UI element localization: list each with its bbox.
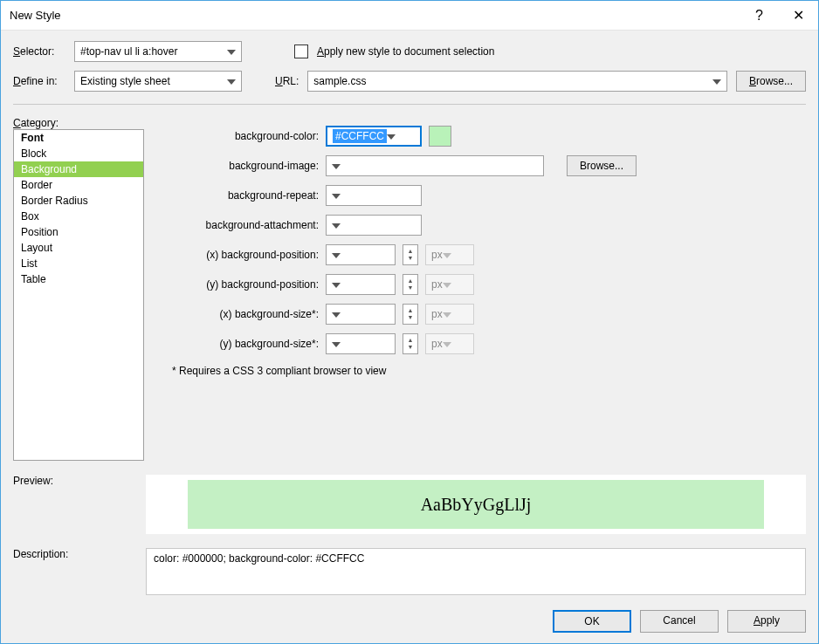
- close-icon: ✕: [793, 7, 804, 24]
- category-item-font[interactable]: Font: [14, 130, 143, 146]
- category-list[interactable]: FontBlockBackgroundBorderBorder RadiusBo…: [13, 129, 144, 461]
- url-label: URL:: [275, 75, 299, 87]
- bg-size-y-spinner[interactable]: ▲▼: [403, 333, 418, 354]
- chevron-down-icon: [332, 189, 341, 202]
- chevron-down-icon: [332, 278, 341, 291]
- separator: [13, 104, 806, 105]
- dialog-footer: OK Cancel Apply: [1, 603, 818, 643]
- define-in-label: Define in:: [13, 75, 65, 87]
- window-title: New Style: [10, 9, 61, 22]
- selector-combo[interactable]: #top-nav ul li a:hover: [74, 41, 242, 62]
- url-value: sample.css: [313, 75, 366, 87]
- bg-attach-combo[interactable]: [326, 215, 422, 236]
- chevron-down-icon: [227, 45, 236, 58]
- category-item-border-radius[interactable]: Border Radius: [14, 193, 143, 209]
- chevron-down-icon: [227, 75, 236, 87]
- bg-pos-x-unit[interactable]: px: [425, 244, 474, 265]
- bg-image-label: background-image:: [162, 160, 319, 172]
- bg-repeat-combo[interactable]: [326, 185, 422, 206]
- cancel-button[interactable]: Cancel: [640, 610, 719, 633]
- selector-value: #top-nav ul li a:hover: [80, 45, 177, 58]
- chevron-down-icon: [443, 338, 451, 350]
- bg-size-x-label: (x) background-size*:: [162, 308, 319, 320]
- new-style-dialog: New Style ? ✕ Selector: #top-nav ul li a…: [0, 0, 819, 644]
- chevron-down-icon: [387, 130, 396, 142]
- bg-repeat-label: background-repeat:: [162, 189, 319, 202]
- bg-pos-y-label: (y) background-position:: [162, 278, 319, 291]
- category-item-border[interactable]: Border: [14, 177, 143, 193]
- chevron-down-icon: [443, 249, 451, 261]
- ok-button[interactable]: OK: [553, 610, 631, 633]
- bg-pos-x-spinner[interactable]: ▲▼: [403, 244, 418, 265]
- chevron-down-icon: [332, 219, 341, 231]
- bg-pos-x-label: (x) background-position:: [162, 249, 319, 261]
- bg-color-combo[interactable]: #CCFFCC: [326, 126, 422, 147]
- preview-label: Preview:: [13, 475, 135, 534]
- category-label: Category:: [13, 117, 144, 129]
- apply-button[interactable]: Apply: [727, 610, 806, 633]
- description-box: color: #000000; background-color: #CCFFC…: [146, 548, 806, 595]
- chevron-down-icon: [332, 338, 341, 350]
- bg-attach-label: background-attachment:: [162, 219, 319, 231]
- category-item-position[interactable]: Position: [14, 224, 143, 240]
- bg-image-browse-button[interactable]: Browse...: [567, 155, 637, 176]
- bg-size-x-unit[interactable]: px: [425, 304, 474, 325]
- help-button[interactable]: ?: [740, 1, 779, 30]
- chevron-down-icon: [443, 308, 451, 320]
- chevron-down-icon: [332, 249, 341, 261]
- category-item-layout[interactable]: Layout: [14, 240, 143, 256]
- bg-size-y-combo[interactable]: [326, 333, 396, 354]
- preview-sample: AaBbYyGgLlJj: [188, 480, 764, 529]
- bg-color-value: #CCFFCC: [333, 129, 387, 143]
- category-item-list[interactable]: List: [14, 256, 143, 271]
- preview-box: AaBbYyGgLlJj: [146, 475, 806, 534]
- selector-label: Selector:: [13, 45, 65, 58]
- bg-size-y-label: (y) background-size*:: [162, 338, 319, 350]
- define-in-combo[interactable]: Existing style sheet: [74, 71, 242, 92]
- bg-image-combo[interactable]: [326, 155, 544, 176]
- category-item-block[interactable]: Block: [14, 146, 143, 161]
- apply-to-selection-checkbox[interactable]: [294, 45, 308, 58]
- description-label: Description:: [13, 548, 135, 595]
- browse-url-button[interactable]: Browse...: [736, 71, 806, 92]
- properties-panel: background-color: #CCFFCC background-ima…: [162, 117, 806, 461]
- category-item-table[interactable]: Table: [14, 271, 143, 287]
- bg-size-x-combo[interactable]: [326, 304, 396, 325]
- category-item-background[interactable]: Background: [14, 161, 143, 177]
- bg-color-swatch: [429, 126, 451, 147]
- chevron-down-icon: [332, 160, 341, 172]
- define-in-value: Existing style sheet: [80, 75, 170, 87]
- bg-color-label: background-color:: [162, 130, 319, 142]
- close-button[interactable]: ✕: [779, 1, 818, 30]
- bg-pos-y-spinner[interactable]: ▲▼: [403, 274, 418, 295]
- bg-size-x-spinner[interactable]: ▲▼: [403, 304, 418, 325]
- chevron-down-icon: [332, 308, 341, 320]
- chevron-down-icon: [712, 75, 721, 87]
- chevron-down-icon: [443, 278, 451, 291]
- url-combo[interactable]: sample.css: [307, 71, 727, 92]
- css3-note: * Requires a CSS 3 compliant browser to …: [172, 365, 806, 377]
- bg-pos-x-combo[interactable]: [326, 244, 396, 265]
- description-text: color: #000000; background-color: #CCFFC…: [154, 552, 364, 565]
- bg-size-y-unit[interactable]: px: [425, 333, 474, 354]
- category-item-box[interactable]: Box: [14, 209, 143, 224]
- help-icon: ?: [755, 8, 763, 24]
- titlebar: New Style ? ✕: [1, 1, 818, 31]
- apply-to-selection-label: Apply new style to document selection: [317, 45, 494, 58]
- window-controls: ? ✕: [740, 1, 818, 30]
- bg-pos-y-unit[interactable]: px: [425, 274, 474, 295]
- bg-pos-y-combo[interactable]: [326, 274, 396, 295]
